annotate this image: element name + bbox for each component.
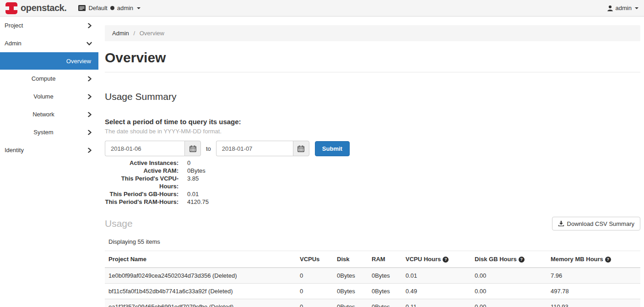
download-csv-label: Download CSV Summary <box>567 220 634 227</box>
brand-text: openstack. <box>21 3 66 13</box>
stat-ram-hours: This Period's RAM-Hours: 4120.75 <box>105 198 640 206</box>
project-label: admin <box>117 5 133 11</box>
question-circle-icon[interactable] <box>605 257 611 263</box>
chevron-right-icon <box>87 94 92 99</box>
download-csv-button[interactable]: Download CSV Summary <box>552 217 640 230</box>
sidebar-item-project[interactable]: Project <box>0 16 98 34</box>
stat-active-instances: Active Instances: 0 <box>105 159 640 167</box>
main-content: Admin / Overview Overview Usage Summary … <box>105 16 640 307</box>
cell-memory-mb-hours: 7.96 <box>547 268 640 284</box>
cell-vcpu-hours: 0.01 <box>402 268 471 284</box>
sidebar-item-compute[interactable]: Compute <box>0 70 98 88</box>
table-row[interactable]: ea1f2f357c09465eb6991edf7079efbe (Delete… <box>105 299 640 307</box>
cell-memory-mb-hours: 497.78 <box>547 284 640 299</box>
cell-ram: 0Bytes <box>368 299 402 307</box>
cell-vcpu-hours: 0.49 <box>402 284 471 299</box>
divider <box>105 72 640 72</box>
cell-disk-gb-hours: 0.00 <box>471 299 547 307</box>
date-from-input[interactable] <box>105 141 184 156</box>
cell-ram: 0Bytes <box>368 268 402 284</box>
openstack-logo-icon <box>5 2 17 14</box>
page-title: Overview <box>105 49 640 66</box>
date-to-input[interactable] <box>216 141 293 156</box>
breadcrumb: Admin / Overview <box>105 25 640 41</box>
user-menu-dropdown[interactable]: admin <box>607 5 639 11</box>
date-from-calendar-button[interactable] <box>184 141 201 156</box>
person-icon <box>607 5 613 11</box>
sidebar-item-identity[interactable]: Identity <box>0 141 98 159</box>
submit-button[interactable]: Submit <box>315 141 350 156</box>
cell-disk-gb-hours: 0.00 <box>471 268 547 284</box>
usage-table: Project Name VCPUs Disk RAM VCPU Hours <box>105 251 640 307</box>
sidebar-nav: Project Admin Overview Compute Volume <box>0 16 98 307</box>
sidebar-item-network[interactable]: Network <box>0 105 98 123</box>
breadcrumb-separator: / <box>133 30 135 37</box>
usage-section-header: Usage Download CSV Summary <box>105 217 640 230</box>
cell-disk: 0Bytes <box>333 284 368 299</box>
chevron-right-icon <box>87 76 92 81</box>
chevron-right-icon <box>87 148 92 153</box>
calendar-icon <box>298 145 304 152</box>
stat-gb-hours: This Period's GB-Hours: 0.01 <box>105 190 640 198</box>
top-navbar: openstack. Default admin admin <box>0 0 644 16</box>
cell-project-name: bf11c5fa0f1b452db4b7741a6c33a92f (Delete… <box>105 284 296 299</box>
column-header-disk[interactable]: Disk <box>333 251 368 268</box>
chevron-right-icon <box>87 130 92 135</box>
caret-down-icon <box>137 7 141 9</box>
stat-active-ram: Active RAM: 0Bytes <box>105 167 640 175</box>
cell-memory-mb-hours: 110.93 <box>547 299 640 307</box>
usage-table-header: Project Name VCPUs Disk RAM VCPU Hours <box>105 251 640 268</box>
cell-disk-gb-hours: 0.00 <box>471 284 547 299</box>
caret-down-icon <box>635 7 639 9</box>
stat-vcpu-hours: This Period's VCPU-Hours: 3.85 <box>105 175 640 190</box>
download-icon <box>558 220 564 227</box>
sidebar-item-admin[interactable]: Admin <box>0 34 98 52</box>
chevron-right-icon <box>87 23 92 28</box>
date-range-form: to Submit <box>105 141 640 156</box>
cell-vcpu-hours: 0.11 <box>402 299 471 307</box>
to-label: to <box>206 145 211 152</box>
cell-project-name: ea1f2f357c09465eb6991edf7079efbe (Delete… <box>105 299 296 307</box>
cell-vcpus: 0 <box>296 284 333 299</box>
cell-disk: 0Bytes <box>333 299 368 307</box>
context-switcher-dropdown[interactable]: Default admin <box>78 5 141 11</box>
column-header-project-name[interactable]: Project Name <box>105 251 296 268</box>
calendar-icon <box>189 145 196 152</box>
cell-vcpus: 0 <box>296 299 333 307</box>
usage-summary-heading: Usage Summary <box>105 91 640 102</box>
column-header-disk-gb-hours[interactable]: Disk GB Hours <box>471 251 547 268</box>
column-header-vcpus[interactable]: VCPUs <box>296 251 333 268</box>
brand-link[interactable]: openstack. <box>5 2 66 14</box>
usage-stats: Active Instances: 0 Active RAM: 0Bytes T… <box>105 159 640 206</box>
column-header-vcpu-hours[interactable]: VCPU Hours <box>402 251 471 268</box>
items-count: Displaying 55 items <box>108 239 640 245</box>
sidebar-item-overview[interactable]: Overview <box>0 52 98 70</box>
period-prompt: Select a period of time to query its usa… <box>105 118 640 126</box>
table-row[interactable]: bf11c5fa0f1b452db4b7741a6c33a92f (Delete… <box>105 284 640 299</box>
domain-label: Default <box>88 5 107 11</box>
column-header-memory-mb-hours[interactable]: Memory MB Hours <box>547 251 640 268</box>
date-from-group <box>105 141 201 156</box>
date-to-group <box>216 141 309 156</box>
column-header-ram[interactable]: RAM <box>368 251 402 268</box>
cell-ram: 0Bytes <box>368 284 402 299</box>
cell-vcpus: 0 <box>296 268 333 284</box>
list-card-icon <box>78 5 86 11</box>
sidebar-item-system[interactable]: System <box>0 123 98 141</box>
table-row[interactable]: 1e0b0f99af0249cea24502034d73d356 (Delete… <box>105 268 640 284</box>
question-circle-icon[interactable] <box>443 257 449 263</box>
cell-project-name: 1e0b0f99af0249cea24502034d73d356 (Delete… <box>105 268 296 284</box>
chevron-down-icon <box>87 41 92 46</box>
date-format-hint: The date should be in YYYY-MM-DD format. <box>105 128 640 135</box>
breadcrumb-current: Overview <box>140 30 164 37</box>
date-to-calendar-button[interactable] <box>293 141 309 156</box>
question-circle-icon[interactable] <box>519 257 525 263</box>
sidebar-item-volume[interactable]: Volume <box>0 88 98 105</box>
dot-separator-icon <box>110 6 114 10</box>
cell-disk: 0Bytes <box>333 268 368 284</box>
user-label: admin <box>616 5 632 11</box>
usage-heading: Usage <box>105 218 133 229</box>
chevron-right-icon <box>87 112 92 117</box>
breadcrumb-admin-link[interactable]: Admin <box>112 30 129 37</box>
